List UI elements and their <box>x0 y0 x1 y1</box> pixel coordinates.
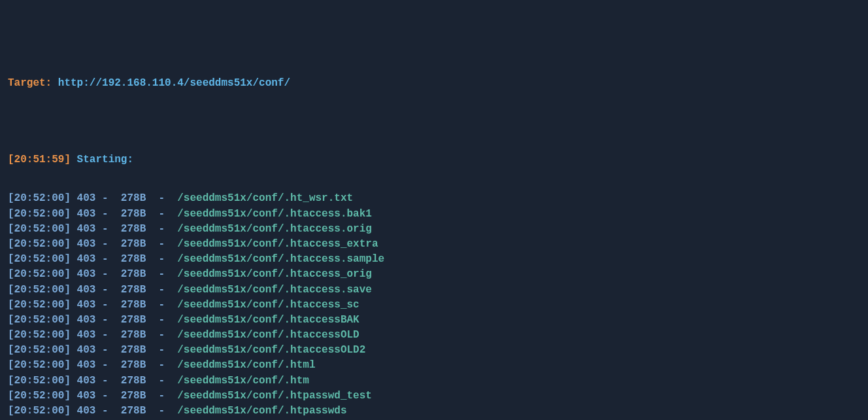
row-dash: - <box>152 298 171 313</box>
row-status: 403 - <box>71 374 121 389</box>
row-dash: - <box>152 222 171 237</box>
row-size: 278B <box>121 207 152 222</box>
row-dash: - <box>152 207 171 222</box>
row-timestamp: [20:52:00] <box>8 267 71 282</box>
row-timestamp: [20:52:00] <box>8 328 71 343</box>
result-row: [20:52:00] 403 - 278B - /seeddms51x/conf… <box>8 267 860 282</box>
row-path: /seeddms51x/conf/.ht_wsr.txt <box>171 191 353 206</box>
result-row: [20:52:00] 403 - 278B - /seeddms51x/conf… <box>8 313 860 328</box>
row-timestamp: [20:52:00] <box>8 252 71 267</box>
result-row: [20:52:00] 403 - 278B - /seeddms51x/conf… <box>8 358 860 373</box>
row-dash: - <box>152 358 171 373</box>
result-row: [20:52:00] 403 - 278B - /seeddms51x/conf… <box>8 298 860 313</box>
row-dash: - <box>152 283 171 298</box>
row-status: 403 - <box>71 313 121 328</box>
row-timestamp: [20:52:00] <box>8 389 71 404</box>
result-entries: [20:52:00] 403 - 278B - /seeddms51x/conf… <box>8 191 860 420</box>
row-size: 278B <box>121 267 152 282</box>
row-size: 278B <box>121 313 152 328</box>
row-dash: - <box>152 343 171 358</box>
row-status: 403 - <box>71 207 121 222</box>
target-url: http://192.168.110.4/seeddms51x/conf/ <box>58 76 290 91</box>
row-dash: - <box>152 374 171 389</box>
row-path: /seeddms51x/conf/.htaccess.orig <box>171 222 372 237</box>
result-row: [20:52:00] 403 - 278B - /seeddms51x/conf… <box>8 328 860 343</box>
blank-line <box>8 114 860 129</box>
row-dash: - <box>152 313 171 328</box>
row-timestamp: [20:52:00] <box>8 191 71 206</box>
result-row: [20:52:00] 403 - 278B - /seeddms51x/conf… <box>8 191 860 206</box>
row-size: 278B <box>121 191 152 206</box>
row-status: 403 - <box>71 222 121 237</box>
row-timestamp: [20:52:00] <box>8 404 71 419</box>
result-row: [20:52:00] 403 - 278B - /seeddms51x/conf… <box>8 404 860 419</box>
row-dash: - <box>152 328 171 343</box>
row-size: 278B <box>121 237 152 252</box>
row-path: /seeddms51x/conf/.htaccess.sample <box>171 252 384 267</box>
row-path: /seeddms51x/conf/.htaccessOLD2 <box>171 343 366 358</box>
row-dash: - <box>152 389 171 404</box>
row-status: 403 - <box>71 389 121 404</box>
result-row: [20:52:00] 403 - 278B - /seeddms51x/conf… <box>8 237 860 252</box>
row-size: 278B <box>121 252 152 267</box>
row-dash: - <box>152 267 171 282</box>
result-row: [20:52:00] 403 - 278B - /seeddms51x/conf… <box>8 389 860 404</box>
terminal-output: Target: http://192.168.110.4/seeddms51x/… <box>8 52 860 420</box>
row-path: /seeddms51x/conf/.htaccess.bak1 <box>171 207 372 222</box>
row-size: 278B <box>121 222 152 237</box>
row-path: /seeddms51x/conf/.htm <box>171 374 309 389</box>
row-path: /seeddms51x/conf/.htpasswds <box>171 404 347 419</box>
row-path: /seeddms51x/conf/.htaccess_sc <box>171 298 359 313</box>
row-timestamp: [20:52:00] <box>8 222 71 237</box>
row-path: /seeddms51x/conf/.htaccess_extra <box>171 237 378 252</box>
row-size: 278B <box>121 298 152 313</box>
row-size: 278B <box>121 404 152 419</box>
target-label: Target: <box>8 76 58 91</box>
row-size: 278B <box>121 389 152 404</box>
row-timestamp: [20:52:00] <box>8 298 71 313</box>
starting-label: Starting: <box>71 152 133 167</box>
row-size: 278B <box>121 374 152 389</box>
starting-timestamp: [20:51:59] <box>8 152 71 167</box>
result-row: [20:52:00] 403 - 278B - /seeddms51x/conf… <box>8 222 860 237</box>
row-path: /seeddms51x/conf/.htaccess_orig <box>171 267 372 282</box>
row-dash: - <box>152 191 171 206</box>
row-timestamp: [20:52:00] <box>8 313 71 328</box>
row-status: 403 - <box>71 358 121 373</box>
row-status: 403 - <box>71 237 121 252</box>
row-dash: - <box>152 404 171 419</box>
starting-line: [20:51:59] Starting: <box>8 152 860 167</box>
row-size: 278B <box>121 328 152 343</box>
row-path: /seeddms51x/conf/.htaccess.save <box>171 283 372 298</box>
result-row: [20:52:00] 403 - 278B - /seeddms51x/conf… <box>8 207 860 222</box>
row-timestamp: [20:52:00] <box>8 237 71 252</box>
row-status: 403 - <box>71 298 121 313</box>
row-timestamp: [20:52:00] <box>8 283 71 298</box>
row-status: 403 - <box>71 267 121 282</box>
row-status: 403 - <box>71 343 121 358</box>
row-path: /seeddms51x/conf/.htpasswd_test <box>171 389 372 404</box>
result-row: [20:52:00] 403 - 278B - /seeddms51x/conf… <box>8 374 860 389</box>
row-size: 278B <box>121 343 152 358</box>
row-timestamp: [20:52:00] <box>8 358 71 373</box>
row-path: /seeddms51x/conf/.htaccessOLD <box>171 328 359 343</box>
result-row: [20:52:00] 403 - 278B - /seeddms51x/conf… <box>8 283 860 298</box>
row-timestamp: [20:52:00] <box>8 207 71 222</box>
row-timestamp: [20:52:00] <box>8 343 71 358</box>
row-timestamp: [20:52:00] <box>8 374 71 389</box>
result-row: [20:52:00] 403 - 278B - /seeddms51x/conf… <box>8 252 860 267</box>
row-status: 403 - <box>71 283 121 298</box>
row-size: 278B <box>121 283 152 298</box>
row-status: 403 - <box>71 328 121 343</box>
result-row: [20:52:00] 403 - 278B - /seeddms51x/conf… <box>8 343 860 358</box>
row-path: /seeddms51x/conf/.htaccessBAK <box>171 313 359 328</box>
row-dash: - <box>152 237 171 252</box>
target-line: Target: http://192.168.110.4/seeddms51x/… <box>8 76 860 91</box>
row-status: 403 - <box>71 252 121 267</box>
row-dash: - <box>152 252 171 267</box>
row-status: 403 - <box>71 404 121 419</box>
row-size: 278B <box>121 358 152 373</box>
row-status: 403 - <box>71 191 121 206</box>
row-path: /seeddms51x/conf/.html <box>171 358 316 373</box>
